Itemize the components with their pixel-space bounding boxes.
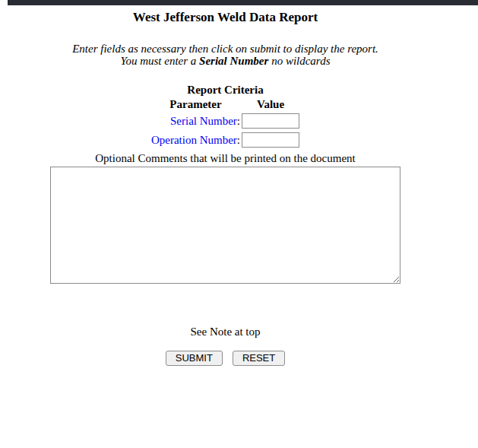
column-header-value: Value — [242, 98, 299, 110]
operation-number-link[interactable]: Operation Number — [151, 134, 237, 146]
criteria-heading-row: Report Criteria — [151, 84, 299, 96]
instructions-serial-number-emphasis: Serial Number — [199, 55, 268, 67]
page-title: West Jefferson Weld Data Report — [0, 10, 451, 24]
serial-number-input[interactable] — [242, 113, 299, 129]
serial-number-link[interactable]: Serial Number — [170, 115, 237, 127]
criteria-header-row: Parameter Value — [151, 98, 299, 110]
top-bar — [8, 0, 478, 5]
comments-label: Optional Comments that will be printed o… — [0, 152, 451, 164]
reset-button[interactable]: RESET — [233, 351, 285, 366]
serial-number-colon: : — [237, 115, 240, 127]
operation-number-input[interactable] — [242, 132, 299, 148]
button-row: SUBMIT RESET — [0, 351, 451, 366]
submit-button[interactable]: SUBMIT — [166, 351, 223, 366]
see-note-text: See Note at top — [0, 326, 451, 338]
table-row-serial-number: Serial Number: — [151, 113, 299, 129]
criteria-heading: Report Criteria — [151, 84, 299, 96]
instructions-line1: Enter fields as necessary then click on … — [72, 43, 378, 55]
instructions-line2-suffix: no wildcards — [268, 55, 330, 67]
table-row-operation-number: Operation Number: — [151, 132, 299, 148]
instructions: Enter fields as necessary then click on … — [0, 43, 451, 67]
instructions-line2-prefix: You must enter a — [120, 55, 199, 67]
comments-textarea[interactable] — [50, 167, 400, 284]
operation-number-colon: : — [237, 134, 240, 146]
report-form: West Jefferson Weld Data Report Enter fi… — [0, 10, 451, 366]
column-header-parameter: Parameter — [151, 98, 240, 110]
criteria-table: Report Criteria Parameter Value Serial N… — [150, 81, 301, 151]
